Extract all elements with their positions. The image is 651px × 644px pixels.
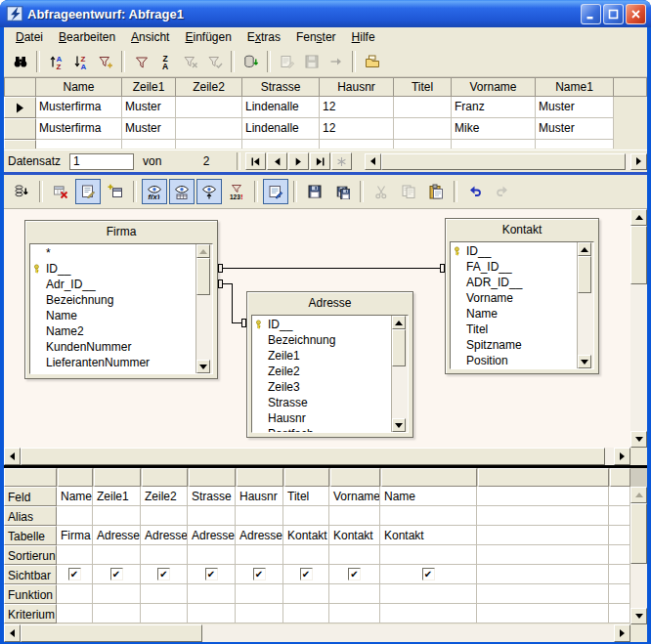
design-view-button[interactable] — [75, 179, 101, 204]
scroll-up-icon[interactable] — [578, 242, 591, 256]
grid-cell[interactable] — [57, 604, 93, 623]
scroll-right-icon[interactable] — [630, 153, 647, 170]
paste-button[interactable] — [423, 179, 449, 204]
menu-item-fenster[interactable]: Fenster — [288, 28, 344, 46]
cell[interactable] — [176, 140, 242, 149]
field-item[interactable]: Position — [451, 353, 577, 368]
grid-cell[interactable]: Zeile1 — [93, 487, 141, 506]
grid-column-header[interactable] — [381, 468, 477, 487]
filter-button[interactable] — [130, 51, 152, 73]
grid-cell[interactable]: Strasse — [188, 487, 236, 506]
grid-cell[interactable]: Name — [380, 487, 477, 506]
sichtbar-checkbox[interactable]: ✔ — [157, 568, 170, 580]
cell[interactable]: Lindenalle — [242, 118, 320, 140]
sichtbar-checkbox[interactable]: ✔ — [422, 568, 435, 580]
grid-cell[interactable] — [93, 506, 141, 526]
sichtbar-checkbox[interactable]: ✔ — [253, 568, 266, 580]
grid-column-header[interactable] — [284, 468, 329, 487]
grid-cell[interactable]: ✔ — [93, 565, 141, 584]
scroll-down-icon[interactable] — [392, 418, 406, 432]
field-item[interactable]: Bezeichnung — [30, 292, 195, 308]
row-label[interactable]: Funktion — [4, 584, 57, 604]
grid-cell[interactable]: Name — [57, 487, 93, 506]
scroll-down-icon[interactable] — [630, 608, 647, 624]
grid-cell[interactable] — [283, 604, 329, 623]
grid-cell[interactable] — [188, 584, 236, 604]
field-list-scrollbar[interactable] — [577, 242, 593, 368]
grid-cell-empty[interactable] — [609, 526, 630, 545]
cell[interactable] — [394, 118, 452, 140]
diagram-table-adresse[interactable]: AdresseID__BezeichnungZeile1Zeile2Zeile3… — [246, 291, 413, 438]
cell[interactable] — [536, 140, 614, 149]
open-table-button[interactable] — [361, 51, 383, 73]
sichtbar-checkbox[interactable]: ✔ — [348, 568, 361, 580]
grid-cell[interactable]: Adresse — [236, 526, 283, 545]
menu-item-ansicht[interactable]: Ansicht — [123, 28, 177, 46]
cell[interactable]: Musterfirma — [36, 118, 122, 140]
grid-cell[interactable] — [141, 506, 188, 526]
grid-cell-empty[interactable] — [477, 545, 609, 565]
diagram-table-kontakt[interactable]: KontaktID__FA_ID__ADR_ID__VornameNameTit… — [445, 218, 599, 374]
save-all-button[interactable] — [329, 179, 355, 204]
row-label[interactable]: Tabelle — [4, 526, 57, 545]
find-button[interactable] — [9, 51, 31, 73]
field-item[interactable]: FA_ID__ — [451, 259, 577, 275]
field-item[interactable]: * — [30, 245, 195, 261]
grid-cell[interactable]: Kontakt — [329, 526, 380, 545]
cell[interactable]: Franz — [452, 97, 536, 118]
row-selector[interactable] — [4, 118, 36, 140]
grid-cell[interactable] — [380, 604, 477, 623]
scrollbar-thumb[interactable] — [21, 448, 605, 465]
grid-cell[interactable] — [57, 545, 93, 565]
cell[interactable] — [176, 118, 242, 140]
grid-cell-empty[interactable] — [477, 506, 609, 526]
column-header-hausnr[interactable]: Hausnr — [320, 77, 394, 97]
grid-cell-empty[interactable] — [477, 565, 609, 584]
field-item[interactable]: Name2 — [30, 323, 195, 339]
next-record-button[interactable] — [288, 152, 309, 170]
menu-item-hilfe[interactable]: Hilfe — [344, 28, 383, 46]
field-item[interactable]: Zeile3 — [252, 379, 391, 395]
grid-cell-empty[interactable] — [609, 565, 630, 584]
grid-cell[interactable] — [283, 545, 329, 565]
scroll-down-icon[interactable] — [196, 360, 210, 373]
scrollbar-thumb[interactable] — [21, 624, 202, 642]
grid-column-header[interactable] — [142, 468, 188, 487]
column-header-zeile2[interactable]: Zeile2 — [176, 77, 242, 97]
grid-cell-empty[interactable] — [609, 584, 630, 604]
scroll-right-icon[interactable] — [614, 624, 630, 642]
grid-cell[interactable] — [141, 604, 188, 623]
grid-cell[interactable] — [380, 506, 477, 526]
sichtbar-checkbox[interactable]: ✔ — [205, 568, 218, 580]
refresh-data-button[interactable] — [239, 51, 262, 73]
cell[interactable] — [122, 140, 176, 149]
grid-cell[interactable] — [93, 584, 141, 604]
diagram-table-firma[interactable]: Firma*ID__Adr_ID__BezeichnungNameName2Ku… — [24, 220, 218, 379]
grid-cell[interactable]: Firma — [57, 526, 93, 545]
cell[interactable]: Muster — [122, 118, 176, 140]
distinct-values-button[interactable]: 123! — [224, 179, 249, 204]
scroll-right-icon[interactable] — [614, 448, 630, 465]
grid-cell[interactable] — [141, 584, 188, 604]
undo-button[interactable] — [462, 179, 488, 204]
cell[interactable] — [394, 97, 452, 118]
row-label[interactable]: Sortierung — [4, 545, 57, 565]
field-item[interactable]: Zeile2 — [252, 364, 391, 379]
cell[interactable]: Muster — [122, 97, 176, 118]
row-label[interactable]: Sichtbar — [4, 565, 57, 584]
filter-new-button[interactable] — [94, 51, 116, 73]
field-item[interactable]: Titel — [451, 322, 577, 337]
scroll-left-icon[interactable] — [365, 153, 381, 170]
grid-cell[interactable]: Kontakt — [283, 526, 329, 545]
grid-column-header[interactable] — [58, 468, 93, 487]
cell[interactable] — [452, 140, 536, 149]
first-record-button[interactable] — [245, 152, 266, 170]
add-table-button[interactable] — [103, 179, 128, 204]
grid-cell[interactable] — [93, 545, 141, 565]
field-item[interactable]: Hausnr — [252, 410, 391, 426]
maximize-button[interactable] — [603, 4, 624, 24]
field-item[interactable]: Vorname — [451, 290, 577, 306]
field-item[interactable]: Spitzname — [451, 337, 577, 353]
grid-corner-header[interactable] — [4, 468, 57, 487]
grid-cell[interactable]: ✔ — [236, 565, 283, 584]
